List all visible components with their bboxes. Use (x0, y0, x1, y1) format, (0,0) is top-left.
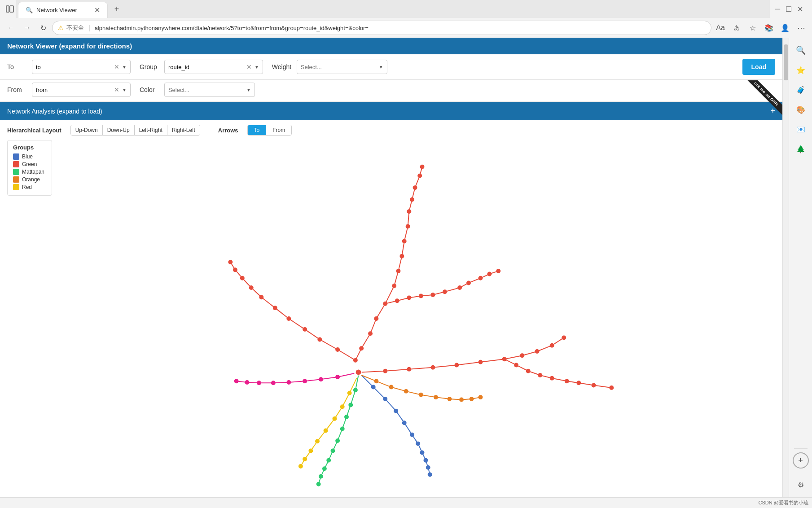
sidebar-settings-icon[interactable]: ⚙ (792, 476, 810, 494)
translate-button[interactable]: あ (729, 21, 744, 35)
svg-point-27 (383, 369, 387, 373)
svg-point-84 (336, 375, 339, 379)
graph-area[interactable]: Groups Blue Green Mattapan (0, 140, 782, 497)
url-text[interactable]: alphatechadmin.pythonanywhere.com/dtale/… (95, 25, 706, 31)
group-label: Group (140, 63, 160, 70)
legend-blue: Blue (13, 153, 46, 160)
close-button[interactable]: ✕ (797, 5, 803, 13)
weight-dropdown-arrow[interactable]: ▼ (379, 65, 383, 70)
svg-point-55 (372, 385, 375, 389)
svg-point-39 (538, 373, 542, 377)
network-graph[interactable] (0, 140, 782, 497)
svg-point-42 (577, 381, 580, 385)
back-button[interactable]: ← (4, 21, 18, 35)
tab-close-button[interactable]: ✕ (94, 6, 100, 14)
read-mode-button[interactable]: Aa (713, 21, 728, 35)
arrows-to-button[interactable]: To (248, 125, 267, 135)
refresh-button[interactable]: ↻ (36, 21, 50, 35)
security-warning-icon: ⚠ (58, 24, 64, 31)
restore-button[interactable]: ☐ (786, 5, 792, 13)
svg-point-85 (319, 377, 323, 381)
svg-point-93 (341, 405, 344, 408)
color-select[interactable]: ▼ (164, 83, 255, 97)
svg-point-9 (400, 254, 404, 258)
svg-point-74 (317, 482, 320, 486)
weight-input[interactable] (301, 64, 376, 70)
svg-point-15 (418, 174, 421, 178)
svg-point-44 (610, 386, 613, 390)
svg-point-25 (487, 272, 491, 276)
layout-right-left[interactable]: Right-Left (167, 125, 200, 135)
from-dropdown-arrow[interactable]: ▼ (122, 88, 127, 92)
group-select[interactable]: ✕ ▼ (164, 60, 263, 74)
forward-button[interactable]: → (20, 21, 34, 35)
analysis-plus-button[interactable]: + (770, 106, 775, 116)
sidebar-outlook-icon[interactable]: 📧 (792, 120, 810, 138)
legend-box: Groups Blue Green Mattapan (7, 140, 52, 196)
color-input[interactable] (168, 87, 244, 93)
svg-point-14 (413, 186, 417, 189)
legend-green: Green (13, 161, 46, 167)
sidebar-paint-icon[interactable]: 🎨 (792, 101, 810, 118)
arrows-from-button[interactable]: From (266, 125, 291, 135)
favorites-button[interactable]: ☆ (746, 21, 760, 35)
svg-point-12 (407, 210, 411, 213)
svg-rect-0 (6, 6, 9, 12)
group-dropdown-arrow[interactable]: ▼ (255, 65, 259, 70)
layout-left-right[interactable]: Left-Right (135, 125, 167, 135)
from-select[interactable]: ✕ ▼ (32, 83, 131, 97)
minimize-button[interactable]: ─ (775, 5, 780, 13)
favorites-bar-button[interactable]: 📚 (762, 21, 776, 35)
to-select[interactable]: ✕ ▼ (32, 60, 131, 74)
profile-button[interactable]: 👤 (778, 21, 792, 35)
from-clear-button[interactable]: ✕ (114, 86, 119, 93)
color-dropdown-arrow[interactable]: ▼ (246, 88, 251, 92)
layout-up-down[interactable]: Up-Down (71, 125, 103, 135)
sidebar-toggle[interactable] (4, 3, 16, 15)
settings-button[interactable]: ⋯ (794, 21, 808, 35)
svg-point-7 (392, 284, 396, 288)
browser-tab[interactable]: 🔍 Network Viewer ✕ (18, 2, 108, 18)
svg-point-67 (345, 415, 348, 419)
group-clear-button[interactable]: ✕ (246, 63, 252, 70)
svg-point-76 (390, 385, 393, 389)
svg-point-81 (460, 398, 463, 401)
svg-point-88 (272, 381, 275, 385)
to-input[interactable] (36, 64, 111, 70)
from-input[interactable] (36, 87, 111, 93)
group-input[interactable] (168, 64, 244, 70)
network-analysis-header[interactable]: Network Analysis (expand to load) + (0, 102, 782, 120)
layout-down-up[interactable]: Down-Up (103, 125, 135, 135)
new-tab-button[interactable]: + (110, 2, 124, 16)
weight-select[interactable]: ▼ (297, 60, 387, 74)
page-scrollbar[interactable] (782, 38, 789, 497)
to-clear-button[interactable]: ✕ (114, 63, 119, 70)
sidebar-search-icon[interactable]: 🔍 (792, 41, 810, 59)
svg-point-47 (303, 328, 307, 331)
svg-point-60 (416, 442, 420, 446)
svg-point-19 (419, 294, 423, 298)
svg-point-49 (273, 306, 277, 310)
network-viewer-header: Network Viewer (expand for directions) o… (0, 38, 782, 54)
sidebar-tree-icon[interactable]: 🌲 (792, 140, 810, 158)
svg-point-46 (318, 337, 321, 341)
svg-point-86 (303, 379, 307, 383)
sidebar-add-button[interactable]: + (793, 452, 809, 469)
to-label: To (7, 63, 27, 70)
svg-point-87 (287, 381, 290, 384)
legend-title: Groups (13, 144, 46, 151)
sidebar-case-icon[interactable]: 🧳 (792, 81, 810, 99)
svg-point-50 (259, 295, 263, 299)
svg-point-57 (394, 409, 398, 413)
svg-point-97 (309, 449, 312, 453)
svg-point-13 (410, 198, 414, 201)
to-dropdown-arrow[interactable]: ▼ (122, 65, 127, 70)
security-warning-text: 不安全 (66, 24, 84, 32)
scrollbar-thumb[interactable] (784, 44, 788, 80)
load-button[interactable]: Load (742, 59, 775, 75)
svg-point-83 (479, 395, 483, 399)
svg-point-48 (287, 317, 290, 320)
svg-point-5 (374, 317, 378, 320)
sidebar-collections-icon[interactable]: ⭐ (792, 61, 810, 79)
weight-label: Weight (272, 63, 292, 70)
